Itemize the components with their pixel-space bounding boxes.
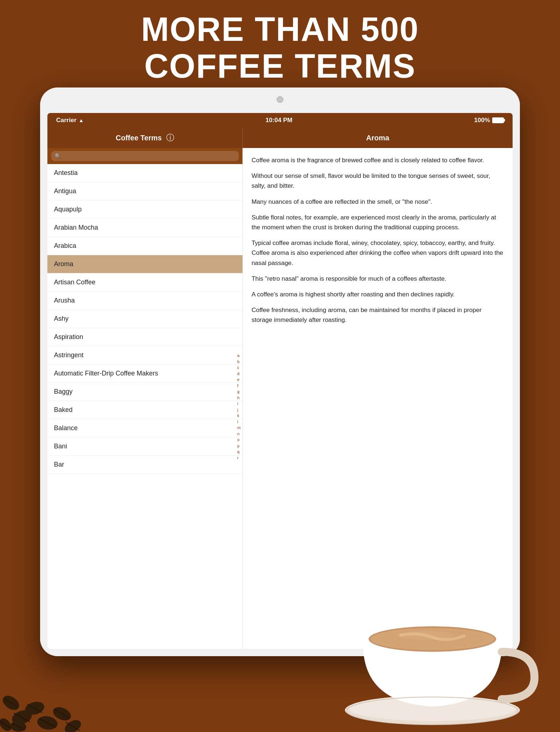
left-panel: 🔍 AntestiaAntiguaAquapulpArabian MochaAr…: [47, 148, 243, 649]
status-bar-right: 100%: [474, 117, 504, 124]
term-item-baked[interactable]: Baked: [47, 401, 242, 419]
ipad-camera: [277, 96, 283, 103]
term-item-aspiration[interactable]: Aspiration: [47, 328, 242, 346]
alpha-letter-k[interactable]: k: [236, 413, 242, 419]
detail-paragraph: Many nuances of a coffee are reflected i…: [252, 197, 504, 207]
alpha-letter-a[interactable]: a: [236, 353, 242, 359]
carrier-label: Carrier: [56, 117, 77, 124]
battery-icon: [492, 117, 504, 123]
battery-label: 100%: [474, 117, 490, 124]
alpha-letter-j[interactable]: j: [236, 406, 242, 413]
term-item-arabica[interactable]: Arabica: [47, 237, 242, 255]
term-item-automatic-filter-drip[interactable]: Automatic Filter-Drip Coffee Makers: [47, 365, 242, 383]
hero-title: MORE THAN 500 COFFEE TERMS: [0, 11, 560, 85]
nav-right: Aroma: [243, 134, 513, 142]
search-input-wrap[interactable]: 🔍: [51, 151, 239, 161]
term-item-astringent[interactable]: Astringent: [47, 346, 242, 365]
detail-paragraph: Typical coffee aromas include floral, wi…: [252, 238, 504, 268]
term-item-bar[interactable]: Bar: [47, 456, 242, 474]
alpha-letter-h[interactable]: h: [236, 394, 242, 401]
info-button[interactable]: ⓘ: [166, 132, 174, 143]
coffee-beans-decoration: [0, 615, 102, 732]
status-bar-time: 10:04 PM: [265, 117, 292, 124]
term-item-arusha[interactable]: Arusha: [47, 292, 242, 310]
nav-title-coffee-terms: Coffee Terms: [116, 134, 162, 142]
detail-paragraph: Coffee freshness, including aroma, can b…: [252, 305, 504, 325]
alpha-letter-d[interactable]: d: [236, 370, 242, 377]
wifi-icon: ▲: [79, 117, 84, 123]
term-item-artisan-coffee[interactable]: Artisan Coffee: [47, 273, 242, 292]
term-item-aquapulp[interactable]: Aquapulp: [47, 200, 242, 219]
alpha-letter-q[interactable]: q: [236, 449, 242, 455]
term-item-arabian-mocha[interactable]: Arabian Mocha: [47, 219, 242, 237]
alpha-index[interactable]: abcdefghijklmnopqr: [236, 353, 242, 461]
alpha-letter-p[interactable]: p: [236, 443, 242, 449]
alpha-letter-c[interactable]: c: [236, 365, 242, 371]
status-bar: Carrier ▲ 10:04 PM 100%: [47, 113, 513, 128]
svg-point-21: [381, 630, 483, 648]
detail-paragraph: Coffee aroma is the fragrance of brewed …: [252, 155, 504, 165]
alpha-letter-r[interactable]: r: [236, 455, 242, 461]
term-list[interactable]: AntestiaAntiguaAquapulpArabian MochaArab…: [47, 164, 242, 649]
alpha-letter-f[interactable]: f: [236, 382, 242, 389]
alpha-letter-o[interactable]: o: [236, 437, 242, 443]
detail-paragraph: A coffee's aroma is highest shortly afte…: [252, 289, 504, 299]
coffee-cup-decoration: [327, 528, 560, 732]
alpha-letter-g[interactable]: g: [236, 389, 242, 395]
nav-title-aroma: Aroma: [366, 134, 389, 142]
term-item-bani[interactable]: Bani: [47, 437, 242, 456]
alpha-letter-m[interactable]: m: [236, 425, 242, 431]
term-item-ashy[interactable]: Ashy: [47, 310, 242, 328]
nav-left: Coffee Terms ⓘ: [47, 128, 243, 148]
alpha-letter-e[interactable]: e: [236, 377, 242, 383]
alpha-letter-b[interactable]: b: [236, 358, 242, 365]
search-icon: 🔍: [55, 153, 61, 159]
term-item-antestia[interactable]: Antestia: [47, 164, 242, 182]
alpha-letter-n[interactable]: n: [236, 431, 242, 437]
detail-paragraph: Without our sense of smell, flavor would…: [252, 171, 504, 191]
alpha-letter-i[interactable]: i: [236, 401, 242, 407]
term-item-baggy[interactable]: Baggy: [47, 383, 242, 401]
detail-paragraph: Subtle floral notes, for example, are ex…: [252, 213, 504, 232]
detail-paragraph: This "retro nasal" aroma is responsible …: [252, 274, 504, 284]
term-item-aroma[interactable]: Aroma: [47, 255, 242, 273]
term-item-balance[interactable]: Balance: [47, 419, 242, 437]
status-bar-left: Carrier ▲: [56, 117, 84, 124]
search-bar: 🔍: [47, 148, 242, 164]
nav-bar: Coffee Terms ⓘ Aroma: [47, 128, 513, 148]
term-item-antigua[interactable]: Antigua: [47, 182, 242, 200]
alpha-letter-l[interactable]: l: [236, 418, 242, 425]
